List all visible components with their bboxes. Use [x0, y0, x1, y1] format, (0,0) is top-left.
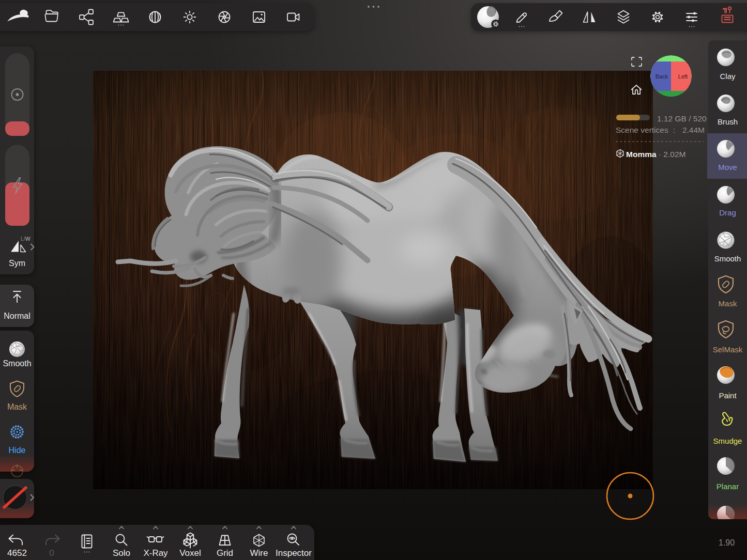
svg-text:Back: Back — [655, 73, 668, 80]
svg-text:Left: Left — [678, 73, 688, 80]
